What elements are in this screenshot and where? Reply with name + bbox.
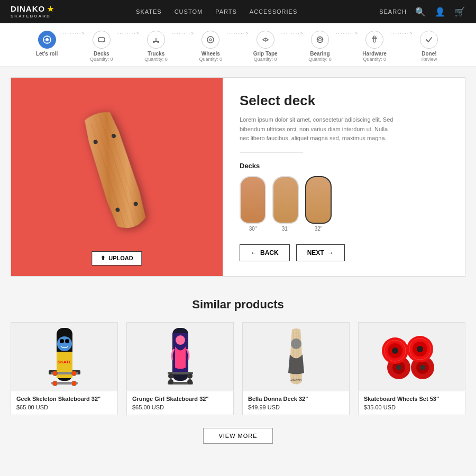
product-name-2: Bella Donna Deck 32" xyxy=(248,396,344,402)
step-trucks[interactable]: Trucks Quantity: 0 xyxy=(140,31,172,62)
step-label-grip-tape: Grip Tape xyxy=(253,51,278,57)
step-done[interactable]: Done! Review xyxy=(413,31,445,62)
svg-point-16 xyxy=(319,36,321,38)
next-button[interactable]: NEXT → xyxy=(296,244,345,261)
brand-sub: SKATEBOARD xyxy=(11,14,54,19)
product-info-1: Grunge Girl Skateboard 32" $65.00 USD xyxy=(127,391,233,415)
brand-logo[interactable]: DINAKO ★ SKATEBOARD xyxy=(11,4,54,19)
main-content: ⬆ UPLOAD Select deck Lorem ipsum dolor s… xyxy=(11,77,465,277)
upload-label: UPLOAD xyxy=(108,255,133,261)
product-card-1[interactable]: Grunge Girl Skateboard 32" $65.00 USD xyxy=(126,322,234,415)
step-qty-grip-tape: Quantity: 0 xyxy=(254,57,277,62)
step-hardware[interactable]: Hardware Quantity: 0 xyxy=(359,31,390,62)
step-qty-done: Review xyxy=(422,57,437,62)
svg-point-43 xyxy=(53,371,57,376)
product-card-3[interactable]: Skateboard Wheels Set 53" $35.00 USD xyxy=(358,322,465,415)
svg-text:SKATE: SKATE xyxy=(57,360,71,364)
step-label-trucks: Trucks xyxy=(148,51,164,57)
step-qty-hardware: Quantity: 0 xyxy=(363,57,386,62)
step-decks[interactable]: Decks Quantity: 0 xyxy=(86,31,117,62)
product-price-2: $49.99 USD xyxy=(248,404,344,410)
deck-size-32: 32" xyxy=(315,226,323,232)
cart-icon[interactable]: 🛒 xyxy=(454,7,465,17)
step-dots-3: ········> xyxy=(172,31,195,49)
view-more-container: VIEW MORE xyxy=(11,428,465,444)
step-circle-done xyxy=(420,31,438,49)
step-dots-2: ········> xyxy=(117,31,140,49)
search-label[interactable]: SEARCH xyxy=(379,8,407,15)
decks-section-label: Decks xyxy=(240,162,448,170)
product-info-0: Geek Skeleton Skateboard 32" $65.00 USD xyxy=(11,391,117,415)
step-label-wheels: Wheels xyxy=(202,51,220,57)
nav-skates[interactable]: SKATES xyxy=(136,8,162,15)
step-circle-wheels xyxy=(202,31,219,49)
svg-point-72 xyxy=(392,347,398,354)
product-card-2[interactable]: DONNA Bella Donna Deck 32" $49.99 USD xyxy=(242,322,350,415)
step-dots-7: ········> xyxy=(390,31,413,49)
search-icon[interactable]: 🔍 xyxy=(415,7,426,17)
step-dots-6: ········> xyxy=(336,31,359,49)
svg-point-15 xyxy=(318,39,321,41)
step-label-done: Done! xyxy=(422,51,436,57)
svg-point-55 xyxy=(187,379,193,385)
upload-button[interactable]: ⬆ UPLOAD xyxy=(91,251,142,266)
back-label: BACK xyxy=(260,249,279,257)
step-qty-trucks: Quantity: 0 xyxy=(144,57,168,62)
svg-rect-20 xyxy=(374,36,376,42)
product-price-0: $65.00 USD xyxy=(16,404,112,410)
svg-point-45 xyxy=(53,381,57,386)
step-qty-decks: Quantity: 0 xyxy=(90,57,113,62)
brand-star: ★ xyxy=(47,5,54,14)
step-wheels[interactable]: Wheels Quantity: 0 xyxy=(195,31,226,62)
svg-point-1 xyxy=(45,38,49,41)
back-button[interactable]: ← BACK xyxy=(240,244,290,261)
svg-rect-21 xyxy=(372,38,377,39)
deck-thumb-31 xyxy=(272,176,299,224)
svg-point-52 xyxy=(187,373,193,379)
svg-point-54 xyxy=(168,379,173,385)
step-label-bearing: Bearing xyxy=(310,51,329,57)
similar-products-section: Similar products SKATE xyxy=(11,298,465,444)
select-title: Select deck xyxy=(240,93,448,109)
nav-right: SEARCH 🔍 👤 🛒 xyxy=(379,7,465,17)
nav-parts[interactable]: PARTS xyxy=(215,8,237,15)
deck-option-32[interactable]: 32" xyxy=(305,176,332,232)
nav-accessories[interactable]: ACCESSORIES xyxy=(250,8,297,15)
nav-custom[interactable]: CUSTOM xyxy=(175,8,203,15)
next-arrow-icon: → xyxy=(327,249,334,257)
deck-size-30: 30" xyxy=(249,226,257,232)
svg-point-33 xyxy=(60,339,64,343)
step-grip-tape[interactable]: Grip Tape Quantity: 0 xyxy=(250,31,281,62)
svg-point-12 xyxy=(209,39,212,41)
svg-point-11 xyxy=(207,36,214,43)
deck-option-30[interactable]: 30" xyxy=(240,176,266,232)
svg-point-46 xyxy=(72,381,76,386)
step-dots-1: ········> xyxy=(63,31,86,49)
svg-point-14 xyxy=(317,37,323,43)
back-arrow-icon: ← xyxy=(251,249,257,257)
svg-point-66 xyxy=(396,365,401,370)
product-card-0[interactable]: SKATE Geek Skeleton Skateboard 32" xyxy=(11,322,118,415)
next-label: NEXT xyxy=(307,249,324,257)
deck-option-31[interactable]: 31" xyxy=(272,176,299,232)
product-image-1 xyxy=(127,323,233,391)
view-more-button[interactable]: VIEW MORE xyxy=(203,428,272,444)
step-label-hardware: Hardware xyxy=(362,51,387,57)
svg-point-69 xyxy=(417,346,423,352)
select-description: Lorem ipsum dolor sit amet, consectetur … xyxy=(240,115,398,143)
svg-point-44 xyxy=(72,371,76,376)
user-icon[interactable]: 👤 xyxy=(435,7,446,17)
product-image-area: ⬆ UPLOAD xyxy=(11,78,223,276)
steps-wizard: Let's roll ········> Decks Quantity: 0 ·… xyxy=(0,23,476,67)
step-bearing[interactable]: Bearing Quantity: 0 xyxy=(304,31,336,62)
step-lets-roll[interactable]: Let's roll xyxy=(31,31,63,57)
deck-svg xyxy=(69,103,164,251)
product-image-2: DONNA xyxy=(243,323,349,391)
product-name-0: Geek Skeleton Skateboard 32" xyxy=(16,396,112,402)
svg-point-34 xyxy=(65,339,69,343)
product-name-1: Grunge Girl Skateboard 32" xyxy=(132,396,228,402)
svg-point-51 xyxy=(168,373,173,379)
step-dots-4: ········> xyxy=(226,31,249,49)
navbar: DINAKO ★ SKATEBOARD SKATES CUSTOM PARTS … xyxy=(0,0,476,23)
step-label-decks: Decks xyxy=(94,51,109,57)
